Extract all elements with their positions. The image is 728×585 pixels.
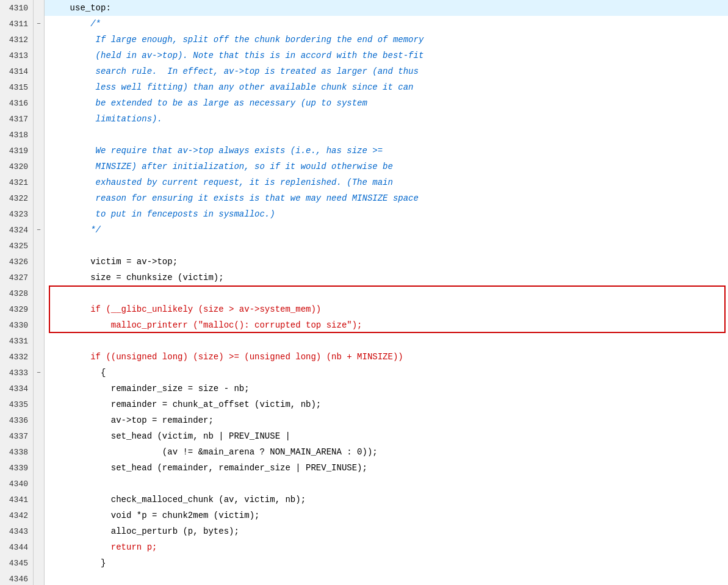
- line-number: 4315: [0, 79, 34, 95]
- fold-indicator: [34, 79, 45, 95]
- fold-indicator: [34, 428, 45, 444]
- code-text: set_head (victim, nb | PREV_INUSE |: [45, 428, 728, 444]
- line-number: 4344: [0, 539, 34, 555]
- code-text: [45, 476, 728, 492]
- fold-indicator: [34, 63, 45, 79]
- code-line: 4336 av->top = remainder;: [0, 412, 728, 428]
- code-line: 4312 If large enough, split off the chun…: [0, 32, 728, 48]
- code-text: MINSIZE) after initialization, so if it …: [45, 159, 728, 174]
- code-line: 4342 void *p = chunk2mem (victim);: [0, 508, 728, 523]
- fold-indicator: [34, 159, 45, 174]
- line-number: 4333: [0, 365, 34, 381]
- line-number: 4320: [0, 159, 34, 174]
- code-line: 4321 exhausted by current request, it is…: [0, 174, 728, 190]
- code-line: 4317 limitations).: [0, 111, 728, 127]
- code-text: av->top = remainder;: [45, 412, 728, 428]
- line-number: 4317: [0, 111, 34, 127]
- line-number: 4327: [0, 270, 34, 285]
- code-line: 4338 (av != &main_arena ? NON_MAIN_ARENA…: [0, 444, 728, 460]
- fold-indicator: [34, 349, 45, 365]
- code-line: 4327 size = chunksize (victim);: [0, 270, 728, 285]
- fold-indicator: [34, 0, 45, 16]
- code-text: be extended to be as large as necessary …: [45, 95, 728, 111]
- code-line: 4315 less well fitting) than any other a…: [0, 79, 728, 95]
- line-number: 4311: [0, 16, 34, 32]
- fold-indicator: [34, 333, 45, 349]
- line-number: 4342: [0, 508, 34, 523]
- line-number: 4321: [0, 174, 34, 190]
- code-line: 4319 We require that av->top always exis…: [0, 143, 728, 159]
- code-line: 4331: [0, 333, 728, 349]
- code-text: malloc_printerr ("malloc(): corrupted to…: [45, 317, 728, 333]
- fold-indicator: [34, 238, 45, 254]
- fold-indicator: [34, 539, 45, 555]
- code-text: to put in fenceposts in sysmalloc.): [45, 206, 728, 222]
- code-text: search rule. In effect, av->top is treat…: [45, 63, 728, 79]
- code-line: 4320 MINSIZE) after initialization, so i…: [0, 159, 728, 174]
- line-number: 4340: [0, 476, 34, 492]
- code-text: reason for ensuring it exists is that we…: [45, 190, 728, 206]
- code-text: (av != &main_arena ? NON_MAIN_ARENA : 0)…: [45, 444, 728, 460]
- code-text: If large enough, split off the chunk bor…: [45, 32, 728, 48]
- line-number: 4337: [0, 428, 34, 444]
- line-number: 4322: [0, 190, 34, 206]
- line-number: 4330: [0, 317, 34, 333]
- fold-indicator: [34, 127, 45, 143]
- fold-indicator: [34, 206, 45, 222]
- code-line: 4333− {: [0, 365, 728, 381]
- line-number: 4319: [0, 143, 34, 159]
- code-line: 4330 malloc_printerr ("malloc(): corrupt…: [0, 317, 728, 333]
- fold-indicator: [34, 270, 45, 285]
- code-line: 4345 }: [0, 555, 728, 571]
- fold-indicator: [34, 381, 45, 397]
- code-text: /*: [45, 16, 728, 32]
- fold-indicator: [34, 476, 45, 492]
- code-line: 4335 remainder = chunk_at_offset (victim…: [0, 397, 728, 412]
- line-number: 4335: [0, 397, 34, 412]
- line-number: 4310: [0, 0, 34, 16]
- fold-indicator: [34, 571, 45, 585]
- code-line: 4322 reason for ensuring it exists is th…: [0, 190, 728, 206]
- line-number: 4339: [0, 460, 34, 476]
- code-line: 4324− */: [0, 222, 728, 238]
- code-text: exhausted by current request, it is repl…: [45, 174, 728, 190]
- code-text: void *p = chunk2mem (victim);: [45, 508, 728, 523]
- code-line: 4346: [0, 571, 728, 585]
- code-line: 4311− /*: [0, 16, 728, 32]
- fold-indicator: [34, 492, 45, 508]
- line-number: 4314: [0, 63, 34, 79]
- line-number: 4324: [0, 222, 34, 238]
- code-text: limitations).: [45, 111, 728, 127]
- fold-indicator: [34, 301, 45, 317]
- fold-indicator: [34, 111, 45, 127]
- code-text: [45, 238, 728, 254]
- line-number: 4346: [0, 571, 34, 585]
- code-text: [45, 333, 728, 349]
- fold-indicator: [34, 412, 45, 428]
- code-text: return p;: [45, 539, 728, 555]
- fold-indicator: [34, 95, 45, 111]
- code-text: remainder_size = size - nb;: [45, 381, 728, 397]
- line-number: 4318: [0, 127, 34, 143]
- fold-indicator[interactable]: −: [34, 16, 45, 32]
- fold-indicator[interactable]: −: [34, 365, 45, 381]
- line-number: 4332: [0, 349, 34, 365]
- code-line: 4334 remainder_size = size - nb;: [0, 381, 728, 397]
- code-text: victim = av->top;: [45, 254, 728, 270]
- fold-indicator: [34, 523, 45, 539]
- code-text: less well fitting) than any other availa…: [45, 79, 728, 95]
- line-number: 4326: [0, 254, 34, 270]
- code-line: 4310 use_top:: [0, 0, 728, 16]
- fold-indicator: [34, 397, 45, 412]
- fold-indicator: [34, 508, 45, 523]
- line-number: 4328: [0, 285, 34, 301]
- fold-indicator: [34, 555, 45, 571]
- code-line: 4329 if (__glibc_unlikely (size > av->sy…: [0, 301, 728, 317]
- fold-indicator: [34, 254, 45, 270]
- code-line: 4314 search rule. In effect, av->top is …: [0, 63, 728, 79]
- code-text: if ((unsigned long) (size) >= (unsigned …: [45, 349, 728, 365]
- code-text: (held in av->top). Note that this is in …: [45, 48, 728, 63]
- code-line: 4318: [0, 127, 728, 143]
- code-line: 4323 to put in fenceposts in sysmalloc.): [0, 206, 728, 222]
- fold-indicator[interactable]: −: [34, 222, 45, 238]
